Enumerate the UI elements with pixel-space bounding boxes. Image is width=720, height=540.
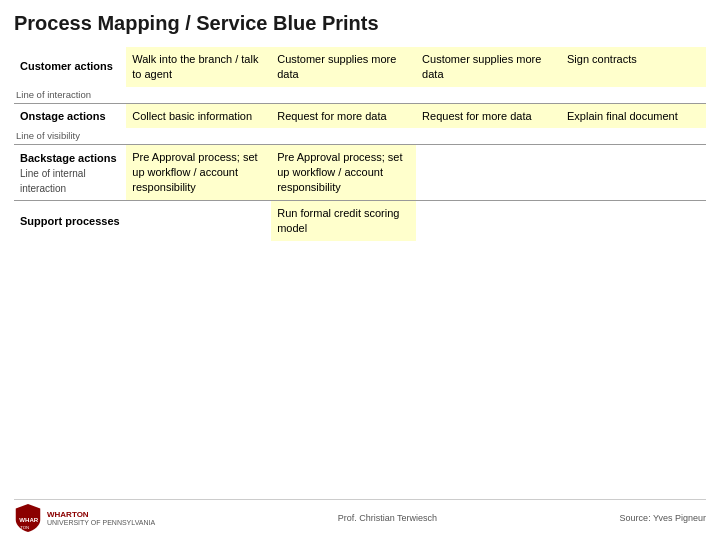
page-title: Process Mapping / Service Blue Prints	[14, 12, 706, 35]
onstage-actions-label: Onstage actions	[14, 104, 126, 129]
backstage-actions-label: Backstage actions	[20, 152, 117, 164]
backstage-actions-cell-3	[416, 145, 561, 200]
footer-logo: WHAR TON WHARTON UNIVERSITY OF PENNSYLVA…	[14, 504, 155, 532]
footer-professor: Prof. Christian Terwiesch	[338, 513, 437, 523]
onstage-actions-cell-1: Collect basic information	[126, 104, 271, 129]
backstage-actions-cell-2: Pre Approval process; set up workflow / …	[271, 145, 416, 200]
svg-text:TON: TON	[20, 525, 29, 530]
support-processes-cell-2: Run formal credit scoring model	[271, 201, 416, 241]
service-blueprint-table: Customer actions Walk into the branch / …	[14, 47, 706, 241]
customer-actions-cell-2: Customer supplies more data	[271, 47, 416, 87]
line-of-interaction-row: Line of interaction	[14, 87, 706, 104]
wharton-text: WHARTON UNIVERSITY OF PENNSYLVANIA	[47, 510, 155, 526]
line-of-visibility-row: Line of visibility	[14, 128, 706, 145]
customer-actions-cell-1: Walk into the branch / talk to agent	[126, 47, 271, 87]
table-container: Customer actions Walk into the branch / …	[14, 47, 706, 493]
customer-actions-row: Customer actions Walk into the branch / …	[14, 47, 706, 87]
support-processes-cell-4	[561, 201, 706, 241]
line-of-interaction-label: Line of interaction	[14, 87, 706, 103]
support-processes-cell-3	[416, 201, 561, 241]
footer-source: Source: Yves Pigneur	[620, 513, 706, 523]
backstage-actions-sublabel: Line of internal interaction	[20, 168, 86, 194]
page: Process Mapping / Service Blue Prints Cu…	[0, 0, 720, 540]
onstage-actions-cell-4: Explain final document	[561, 104, 706, 129]
line-of-visibility-label: Line of visibility	[14, 128, 706, 144]
onstage-actions-cell-3: Request for more data	[416, 104, 561, 129]
onstage-actions-cell-2: Request for more data	[271, 104, 416, 129]
support-processes-row: Support processes Run formal credit scor…	[14, 201, 706, 241]
backstage-actions-cell-1: Pre Approval process; set up workflow / …	[126, 145, 271, 200]
support-processes-label: Support processes	[14, 201, 126, 241]
footer: WHAR TON WHARTON UNIVERSITY OF PENNSYLVA…	[14, 499, 706, 532]
backstage-actions-row: Backstage actions Line of internal inter…	[14, 145, 706, 200]
onstage-actions-row: Onstage actions Collect basic informatio…	[14, 104, 706, 129]
wharton-shield-icon: WHAR TON	[14, 504, 42, 532]
customer-actions-label: Customer actions	[14, 47, 126, 87]
support-processes-label-text: Support processes	[20, 215, 120, 227]
support-processes-cell-1	[126, 201, 271, 241]
backstage-actions-label-cell: Backstage actions Line of internal inter…	[14, 145, 126, 200]
svg-text:WHAR: WHAR	[19, 516, 39, 523]
customer-actions-cell-3: Customer supplies more data	[416, 47, 561, 87]
customer-actions-cell-4: Sign contracts	[561, 47, 706, 87]
backstage-actions-cell-4	[561, 145, 706, 200]
